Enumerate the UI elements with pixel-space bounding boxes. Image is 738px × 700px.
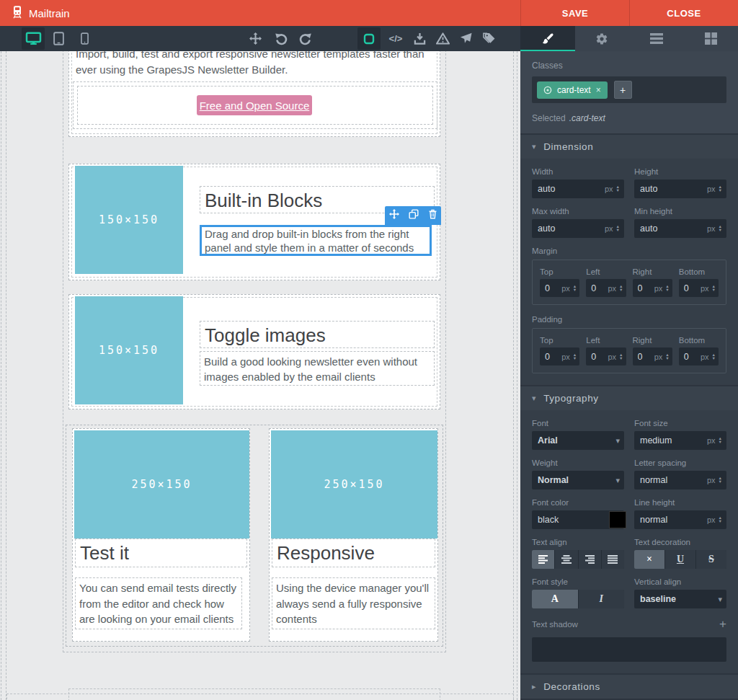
spinner-icon[interactable]: ▲▼ (573, 353, 577, 360)
section-typography-header[interactable]: ▾ Typography (520, 385, 738, 410)
move-component-button[interactable] (246, 27, 264, 50)
class-tag-card-text[interactable]: card-text × (537, 81, 608, 99)
selected-card-text[interactable]: Drag and drop built-in blocks from the r… (200, 225, 432, 256)
padding-top-input[interactable]: 0 px ▲▼ (540, 347, 579, 365)
intro-text[interactable]: Import, build, test and export responsiv… (76, 51, 440, 78)
decoration-strike-button[interactable]: S (696, 550, 726, 569)
decoration-none-button[interactable]: × (634, 550, 665, 569)
tab-blocks[interactable] (684, 26, 738, 51)
card-title-cell[interactable]: Test it (75, 539, 247, 567)
line-height-input[interactable]: normal px ▲▼ (634, 510, 726, 529)
card-toggle-images[interactable]: 150×150 Toggle images Build a good looki… (68, 294, 440, 409)
delete-component-icon[interactable] (428, 209, 437, 222)
vertical-align-select[interactable]: baseline ▾ (634, 590, 726, 608)
spinner-icon[interactable]: ▲▼ (619, 285, 623, 292)
card-title[interactable]: Toggle images (200, 322, 434, 350)
redo-button[interactable] (297, 27, 314, 50)
spinner-icon[interactable]: ▲▼ (616, 225, 620, 232)
style-bold-button[interactable]: A (532, 590, 579, 608)
font-size-input[interactable]: medium px ▲▼ (634, 431, 726, 450)
font-color-input[interactable]: black (532, 510, 624, 529)
section-decorations-header[interactable]: ▸ Decorations (520, 673, 738, 699)
text-shadow-list[interactable] (532, 637, 726, 662)
add-text-shadow-button[interactable]: + (719, 617, 726, 632)
decoration-underline-button[interactable]: U (665, 550, 696, 569)
align-justify-button[interactable] (602, 550, 624, 569)
spinner-icon[interactable]: ▲▼ (616, 185, 620, 192)
spinner-icon[interactable]: ▲▼ (665, 285, 669, 292)
spinner-icon[interactable]: ▲▼ (712, 285, 716, 292)
card-text[interactable]: Drag and drop built-in blocks from the r… (202, 227, 430, 254)
padding-bottom-input[interactable]: 0 px ▲▼ (679, 347, 719, 365)
copy-component-icon[interactable] (409, 209, 419, 222)
card-built-in-blocks[interactable]: 150×150 Built-in Blocks (68, 164, 440, 280)
remove-class-icon[interactable]: × (596, 85, 601, 95)
card-title-cell[interactable]: Responsive (272, 539, 435, 567)
tab-layers[interactable] (629, 26, 684, 51)
card-test-it[interactable]: 250×150 Test it You can send email tests… (72, 428, 250, 642)
tab-settings[interactable] (575, 26, 630, 51)
color-swatch[interactable] (609, 511, 626, 528)
margin-top-input[interactable]: 0 px ▲▼ (540, 279, 579, 297)
spinner-icon[interactable]: ▲▼ (573, 285, 577, 292)
cta-button[interactable]: Free and Open Source (197, 95, 312, 115)
device-tablet-button[interactable] (48, 27, 68, 50)
card-title[interactable]: Test it (76, 539, 246, 567)
device-desktop-button[interactable] (22, 27, 45, 50)
height-input[interactable]: auto px ▲▼ (634, 180, 726, 198)
card-title[interactable]: Responsive (272, 539, 435, 567)
card-title-cell[interactable]: Toggle images (200, 321, 435, 348)
margin-left-input[interactable]: 0 px ▲▼ (586, 279, 626, 297)
style-italic-button[interactable]: I (579, 590, 625, 608)
card-responsive[interactable]: 250×150 Responsive Using the device mana… (269, 428, 438, 642)
card-text-cell[interactable]: You can send email tests directly from t… (75, 577, 242, 629)
undo-button[interactable] (272, 27, 290, 50)
align-right-button[interactable] (579, 550, 602, 569)
save-button[interactable]: SAVE (520, 0, 629, 26)
card-text[interactable]: You can send email tests directly from t… (76, 578, 241, 629)
padding-left-input[interactable]: 0 px ▲▼ (586, 347, 626, 365)
min-height-input[interactable]: auto px ▲▼ (634, 219, 726, 238)
classes-field[interactable]: card-text × + (532, 76, 726, 103)
close-button[interactable]: CLOSE (629, 0, 738, 26)
merge-tags-button[interactable] (479, 27, 497, 50)
font-select[interactable]: Arial ▾ (532, 431, 624, 450)
tab-style-manager[interactable] (520, 26, 575, 51)
spinner-icon[interactable]: ▲▼ (665, 353, 669, 360)
width-input[interactable]: auto px ▲▼ (532, 180, 624, 198)
send-test-button[interactable] (457, 27, 474, 50)
spinner-icon[interactable]: ▲▼ (719, 225, 722, 232)
drag-component-icon[interactable] (389, 209, 399, 222)
section-dimension-header[interactable]: ▾ Dimension (520, 133, 738, 159)
spinner-icon[interactable]: ▲▼ (719, 437, 722, 444)
spinner-icon[interactable]: ▲▼ (719, 185, 722, 192)
align-left-button[interactable] (532, 550, 555, 569)
device-mobile-button[interactable] (74, 27, 94, 50)
margin-bottom-input[interactable]: 0 px ▲▼ (679, 279, 719, 297)
editor-canvas[interactable]: Import, build, test and export responsiv… (0, 51, 520, 700)
spinner-icon[interactable]: ▲▼ (619, 353, 623, 360)
import-button[interactable] (411, 27, 428, 50)
align-center-button[interactable] (555, 550, 578, 569)
card-text[interactable]: Build a good looking newsletter even wit… (200, 352, 434, 386)
card-text[interactable]: Using the device manager you'll always s… (272, 578, 435, 629)
spinner-icon[interactable]: ▲▼ (719, 477, 722, 484)
newsletter-header-section[interactable]: Import, build, test and export responsiv… (68, 51, 440, 137)
placeholder-image[interactable]: 150×150 (75, 296, 183, 404)
spinner-icon[interactable]: ▲▼ (719, 516, 722, 523)
max-width-input[interactable]: auto px ▲▼ (532, 219, 624, 238)
card-text-cell[interactable]: Build a good looking newsletter even wit… (200, 351, 435, 386)
placeholder-image[interactable]: 250×150 (271, 430, 437, 539)
add-class-button[interactable]: + (614, 81, 632, 99)
margin-right-input[interactable]: 0 px ▲▼ (633, 279, 672, 297)
spinner-icon[interactable]: ▲▼ (712, 353, 716, 360)
placeholder-image[interactable]: 150×150 (75, 166, 183, 274)
placeholder-image[interactable]: 250×150 (74, 430, 249, 539)
weight-select[interactable]: Normal ▾ (532, 471, 624, 489)
open-code-button[interactable]: </> (386, 27, 405, 50)
toggle-borders-button[interactable] (357, 27, 381, 50)
clear-canvas-button[interactable] (433, 27, 452, 50)
padding-right-input[interactable]: 0 px ▲▼ (633, 347, 672, 365)
card-text-cell[interactable]: Using the device manager you'll always s… (272, 577, 435, 629)
letter-spacing-input[interactable]: normal px ▲▼ (634, 471, 726, 489)
